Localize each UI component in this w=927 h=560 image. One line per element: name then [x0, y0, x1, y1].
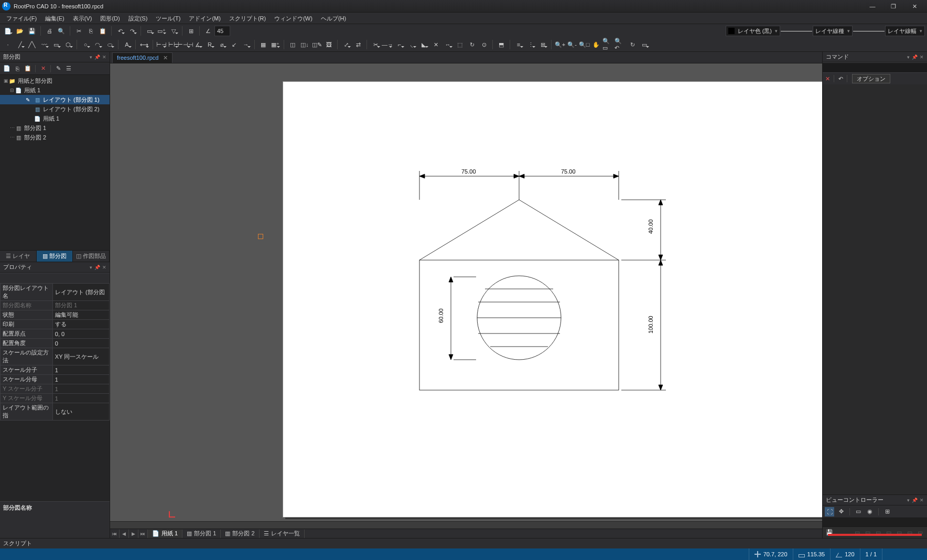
property-row[interactable]: 状態編集可能 [1, 310, 110, 320]
menu-edit[interactable]: 編集(E) [41, 13, 69, 24]
tree-part2[interactable]: 部分図 2 [24, 134, 46, 142]
chamfer-icon[interactable]: ◣ [418, 39, 429, 50]
panel-menu-icon[interactable]: ▾ [907, 55, 910, 60]
draw-rect-icon[interactable]: ▭ [50, 39, 62, 50]
dim-leader-icon[interactable]: ↙ [228, 39, 240, 50]
draw-text-icon[interactable]: A [121, 39, 133, 50]
dim-linear-icon[interactable]: ⟷ [138, 39, 150, 50]
tab-layer[interactable]: ☰レイヤ [0, 251, 37, 262]
property-row[interactable]: 部分図レイアウト名レイアウト (部分図 [1, 284, 110, 301]
tree-layout2[interactable]: レイアウト (部分図 2) [43, 105, 100, 113]
new-file-button[interactable]: 📄 [2, 25, 14, 37]
document-tab[interactable]: freesoft100.rpcd ✕ [112, 52, 173, 63]
view-grid-icon[interactable]: ⊞ [882, 507, 892, 516]
offset-icon[interactable]: ⤢ [340, 39, 352, 50]
undo-button[interactable]: ↶ [114, 25, 126, 37]
panel-close-icon[interactable]: ✕ [920, 498, 924, 503]
distribute-icon[interactable]: ⋮ [525, 39, 536, 50]
panel-pin-icon[interactable]: 📌 [94, 265, 100, 270]
fillet-icon[interactable]: ◟ [406, 39, 417, 50]
tab-last-icon[interactable]: ⏭ [138, 530, 148, 538]
delete-part-icon[interactable]: ✕ [38, 64, 48, 73]
stretch-icon[interactable]: ↔ [442, 39, 454, 50]
menu-shape[interactable]: 図形(D) [96, 13, 124, 24]
zoom-in-icon[interactable]: 🔍+ [554, 39, 566, 50]
extend-icon[interactable]: —→ [382, 39, 393, 50]
draw-polyline-icon[interactable]: ╱╲ [26, 39, 38, 50]
image-icon[interactable]: 🖼 [323, 39, 335, 50]
menu-view[interactable]: 表示(V) [69, 13, 96, 24]
sheet-tab-part2[interactable]: ▥部分図 2 [221, 530, 259, 538]
view-thumbnail[interactable] [823, 518, 927, 526]
tab-part[interactable]: ▥部分図 [37, 251, 73, 262]
property-row[interactable]: スケール分子1 [1, 365, 110, 375]
draw-ellipse-icon[interactable]: ⬭ [104, 39, 115, 50]
rotate-icon[interactable]: ↻ [466, 39, 478, 50]
options-button[interactable]: オプション [852, 74, 890, 83]
prop-part-icon[interactable]: ☰ [64, 64, 73, 73]
draw-line-icon[interactable]: ╱ [14, 39, 26, 50]
panel-menu-icon[interactable]: ▾ [90, 265, 92, 270]
snap-grid-icon[interactable]: ⊞ [185, 25, 197, 37]
back-icon[interactable]: ↶ [836, 74, 845, 83]
rect-select-icon[interactable]: ⬚ [454, 39, 466, 50]
select-mode-button[interactable]: ▭ [144, 25, 155, 37]
refresh-icon[interactable]: ↻ [627, 39, 638, 50]
corner-icon[interactable]: ⌐ [394, 39, 405, 50]
close-button[interactable]: ✕ [904, 1, 925, 12]
tab-drawpart[interactable]: ◫作図部品 [73, 251, 110, 262]
view-pan-icon[interactable]: ✥ [836, 507, 846, 516]
property-row[interactable]: レイアウト範囲の指しない [1, 403, 110, 421]
tree-part1[interactable]: 部分図 1 [24, 124, 46, 132]
tab-first-icon[interactable]: ⏮ [110, 530, 120, 538]
draw-polygon-icon[interactable]: ⬡ [62, 39, 74, 50]
hatch-area-icon[interactable]: ▦⁺ [270, 39, 281, 50]
cancel-icon[interactable]: ✕ [823, 74, 832, 83]
tab-prev-icon[interactable]: ◀ [120, 530, 129, 538]
property-row[interactable]: Y スケール分子1 [1, 384, 110, 394]
draw-point-icon[interactable]: · [2, 39, 14, 50]
draw-arc-icon[interactable]: ◠ [92, 39, 103, 50]
tree-paper1-leaf[interactable]: 用紙 1 [43, 115, 59, 123]
dim-arrow-icon[interactable]: → [240, 39, 252, 50]
save-button[interactable]: 💾 [26, 25, 38, 37]
maximize-button[interactable]: ❐ [883, 1, 904, 12]
tree-root-label[interactable]: 用紙と部分図 [18, 77, 52, 85]
sheet-tab-part1[interactable]: ▥部分図 1 [182, 530, 221, 538]
layer-linewidth-select[interactable]: レイヤ線幅 [885, 26, 925, 36]
hatch-icon[interactable]: ▦ [257, 39, 269, 50]
menu-help[interactable]: ヘルプ(H) [317, 13, 350, 24]
view-fit-icon[interactable]: ⛶ [825, 507, 834, 516]
copy-part-icon[interactable]: ⎘ [13, 64, 22, 73]
property-grid[interactable]: 部分図レイアウト名レイアウト (部分図部分図名称部分図 1状態編集可能印刷する配… [0, 283, 110, 501]
view-mode1-icon[interactable]: ▭ [854, 507, 863, 516]
property-row[interactable]: スケール分母1 [1, 375, 110, 384]
tab-close-icon[interactable]: ✕ [163, 55, 168, 61]
align-icon[interactable]: ≡ [513, 39, 524, 50]
mirror-icon[interactable]: ⇄ [352, 39, 364, 50]
menu-window[interactable]: ウィンドウ(W) [270, 13, 317, 24]
tree-paper1[interactable]: 用紙 1 [24, 87, 40, 94]
menu-addin[interactable]: アドイン(M) [185, 13, 225, 24]
property-row[interactable]: 印刷する [1, 320, 110, 329]
layer-linetype-select[interactable]: レイヤ線種 [813, 26, 853, 36]
pan-icon[interactable]: ✋ [590, 39, 602, 50]
dim-radius-icon[interactable]: R [204, 39, 215, 50]
array-icon[interactable]: ⊞ [537, 39, 548, 50]
sheet-tab-paper1[interactable]: 📄用紙 1 [148, 530, 182, 538]
group-icon[interactable]: ⬒ [495, 39, 507, 50]
print-button[interactable]: 🖨 [44, 25, 55, 37]
draw-circle-icon[interactable]: ○ [80, 39, 91, 50]
draw-spline-icon[interactable]: 〰 [38, 39, 50, 50]
paste-part-icon[interactable]: 📋 [23, 64, 33, 73]
new-part-icon[interactable]: 📄 [2, 64, 12, 73]
redo-button[interactable]: ↷ [126, 25, 138, 37]
property-row[interactable]: 部分図名称部分図 1 [1, 301, 110, 310]
sheet-tab-layerlist[interactable]: ☰レイヤ一覧 [260, 530, 305, 538]
layer-color-select[interactable]: レイヤ色 (黒) [726, 26, 780, 36]
zoom-window-icon[interactable]: 🔍▭ [602, 39, 614, 50]
tree-layout1[interactable]: レイアウト (部分図 1) [43, 96, 100, 104]
command-input[interactable] [823, 62, 927, 73]
cut-icon[interactable]: ✂ [73, 25, 84, 37]
dim-angle-icon[interactable]: ∡ [192, 39, 203, 50]
